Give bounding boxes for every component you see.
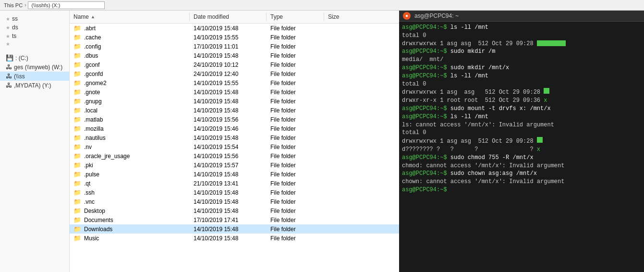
highlight-bar xyxy=(537,40,566,46)
file-list-header: Name ▲ Date modified Type Size xyxy=(70,11,399,24)
drive-icon: 🖧 xyxy=(6,63,12,71)
terminal-titlebar: ● asg@PCPC94: ~ xyxy=(399,11,644,22)
col-name[interactable]: Name ▲ xyxy=(70,12,190,21)
file-date-cell: 14/10/2019 15:55 xyxy=(190,79,267,87)
col-size[interactable]: Size xyxy=(324,12,363,21)
terminal-body[interactable]: asg@PCPC94:~$ ls -ll /mnttotal 0drwxrwxr… xyxy=(399,22,644,272)
folder-icon: 📁 xyxy=(73,116,81,123)
sidebar-item-ds[interactable]: ★ ds xyxy=(0,23,69,32)
sidebar-item-ss[interactable]: ★ ss xyxy=(0,14,69,23)
file-name-cell: 📁 .pki xyxy=(70,161,190,169)
table-row[interactable]: 📁 .local 14/10/2019 15:48 File folder xyxy=(70,106,399,115)
drive-icon: 🖧 xyxy=(6,73,12,80)
sidebar-item-blank[interactable]: ★ xyxy=(0,40,69,48)
terminal-line: total 0 xyxy=(402,80,641,88)
table-row[interactable]: 📁 .nv 14/10/2019 15:54 File folder xyxy=(70,142,399,151)
file-date-cell: 14/10/2019 15:48 xyxy=(190,51,267,60)
table-row[interactable]: 📁 .gnupg 14/10/2019 15:48 File folder xyxy=(70,97,399,106)
sort-arrow-icon: ▲ xyxy=(91,14,95,19)
file-type-cell: File folder xyxy=(267,24,324,32)
terminal-line: d???????? ? ? ? ? x xyxy=(402,146,641,154)
table-row[interactable]: 📁 .nautilus 14/10/2019 15:48 File folder xyxy=(70,133,399,142)
terminal-prompt: asg@PCPC94:~$ xyxy=(402,64,450,71)
sidebar-item-ts[interactable]: ★ ts xyxy=(0,32,69,40)
table-row[interactable]: 📁 .vnc 14/10/2019 15:48 File folder xyxy=(70,197,399,206)
table-row[interactable]: 📁 Documents 17/10/2019 17:41 File folder xyxy=(70,215,399,224)
table-row[interactable]: 📁 .abrt 14/10/2019 15:48 File folder xyxy=(70,24,399,33)
sidebar-item-sshfs[interactable]: 🖧 (\\ss xyxy=(0,72,69,81)
table-row[interactable]: 📁 .mozilla 14/10/2019 15:46 File folder xyxy=(70,124,399,133)
file-name-cell: 📁 .gnote xyxy=(70,88,190,96)
file-type-cell: File folder xyxy=(267,124,324,133)
folder-icon: 📁 xyxy=(73,180,81,187)
x-highlight: x xyxy=(544,97,547,104)
terminal-line: media/ mnt/ xyxy=(402,56,641,64)
file-date-cell: 17/10/2019 11:01 xyxy=(190,42,267,50)
file-date-cell: 14/10/2019 15:55 xyxy=(190,33,267,41)
file-date-cell: 14/10/2019 15:54 xyxy=(190,143,267,151)
sidebar-item-myweb[interactable]: 🖧 ges (\\myweb) (W:) xyxy=(0,62,69,72)
file-name-cell: 📁 .cache xyxy=(70,33,190,41)
file-type-cell: File folder xyxy=(267,115,324,124)
terminal-prompt: asg@PCPC94:~$ xyxy=(402,113,450,120)
file-size-cell xyxy=(324,42,363,50)
folder-icon: 📁 xyxy=(73,34,81,41)
table-row[interactable]: 📁 .gnote 14/10/2019 15:48 File folder xyxy=(70,87,399,97)
file-size-cell xyxy=(324,198,363,206)
file-type-cell: File folder xyxy=(267,70,324,78)
terminal-cmd: sudo chmod 755 -R /mnt/x xyxy=(450,154,534,161)
file-type-cell: File folder xyxy=(267,97,324,105)
sidebar-item-c[interactable]: 💾 : (C:) xyxy=(0,53,69,62)
file-date-cell: 14/10/2019 15:48 xyxy=(190,97,267,105)
sidebar-item-mydata[interactable]: 🖧 ,MYDATA) (Y:) xyxy=(0,81,69,90)
file-size-cell xyxy=(324,70,363,78)
drive-icon: 🖧 xyxy=(6,82,12,89)
file-size-cell xyxy=(324,143,363,151)
terminal-cmd: ls -ll /mnt xyxy=(450,73,488,79)
file-date-cell: 14/10/2019 15:46 xyxy=(190,124,267,133)
table-row[interactable]: 📁 .oracle_jre_usage 14/10/2019 15:56 Fil… xyxy=(70,151,399,161)
table-row[interactable]: 📁 Downloads 14/10/2019 15:48 File folder xyxy=(70,224,399,234)
terminal-line: total 0 xyxy=(402,129,641,137)
file-name-cell: 📁 .pulse xyxy=(70,170,190,178)
file-name-cell: 📁 .oracle_jre_usage xyxy=(70,152,190,160)
file-type-cell: File folder xyxy=(267,188,324,197)
file-name-cell: 📁 .gconf xyxy=(70,61,190,69)
terminal-line: ls: cannot access '/mnt/x': Invalid argu… xyxy=(402,121,641,129)
file-date-cell: 14/10/2019 15:56 xyxy=(190,152,267,160)
table-row[interactable]: 📁 Desktop 14/10/2019 15:48 File folder xyxy=(70,206,399,215)
table-row[interactable]: 📁 .qt 21/10/2019 13:41 File folder xyxy=(70,179,399,188)
col-date[interactable]: Date modified xyxy=(190,12,267,21)
file-date-cell: 14/10/2019 15:48 xyxy=(190,234,267,242)
address-box[interactable]: (\\sshfs) (X:) xyxy=(28,1,105,9)
terminal-line: asg@PCPC94:~$ sudo chown asg:asg /mnt/x xyxy=(402,170,641,178)
table-row[interactable]: 📁 .pki 14/10/2019 15:57 File folder xyxy=(70,161,399,170)
file-name-cell: 📁 .vnc xyxy=(70,198,190,206)
file-name-cell: 📁 .matlab xyxy=(70,115,190,124)
table-row[interactable]: 📁 .config 17/10/2019 11:01 File folder xyxy=(70,42,399,51)
table-row[interactable]: 📁 .dbus 14/10/2019 15:48 File folder xyxy=(70,51,399,60)
file-list: 📁 .abrt 14/10/2019 15:48 File folder 📁 .… xyxy=(70,24,399,272)
file-type-cell: File folder xyxy=(267,179,324,187)
file-size-cell xyxy=(324,179,363,187)
file-date-cell: 14/10/2019 15:48 xyxy=(190,225,267,233)
file-type-cell: File folder xyxy=(267,106,324,114)
file-size-cell xyxy=(324,97,363,105)
breadcrumb-thispc[interactable]: This PC xyxy=(4,2,23,8)
table-row[interactable]: 📁 .gnome2 14/10/2019 15:55 File folder xyxy=(70,78,399,87)
table-row[interactable]: 📁 .pulse 14/10/2019 15:48 File folder xyxy=(70,170,399,179)
table-row[interactable]: 📁 .gconfd 24/10/2019 12:40 File folder xyxy=(70,69,399,78)
file-type-cell: File folder xyxy=(267,61,324,69)
file-type-cell: File folder xyxy=(267,79,324,87)
table-row[interactable]: 📁 .ssh 14/10/2019 15:48 File folder xyxy=(70,188,399,197)
terminal-line: total 0 xyxy=(402,32,641,40)
col-type[interactable]: Type xyxy=(267,12,324,21)
table-row[interactable]: 📁 .cache 14/10/2019 15:55 File folder xyxy=(70,33,399,42)
table-row[interactable]: 📁 .matlab 14/10/2019 15:56 File folder xyxy=(70,115,399,124)
terminal-prompt: asg@PCPC94:~$ xyxy=(402,170,450,177)
table-row[interactable]: 📁 .gconf 24/10/2019 10:12 File folder xyxy=(70,60,399,69)
file-size-cell xyxy=(324,106,363,114)
file-area: Name ▲ Date modified Type Size 📁 .abrt 1… xyxy=(70,11,399,272)
table-row[interactable]: 📁 Music 14/10/2019 15:48 File folder xyxy=(70,234,399,243)
green-highlight xyxy=(537,137,543,143)
